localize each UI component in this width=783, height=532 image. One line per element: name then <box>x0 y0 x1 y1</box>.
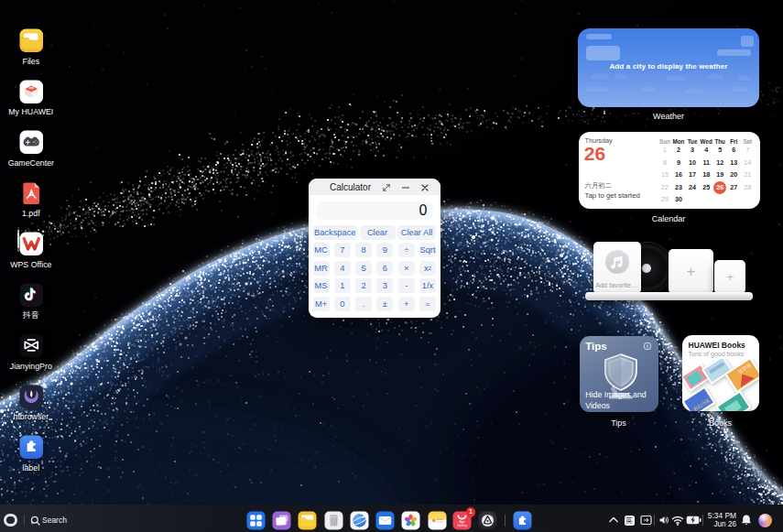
svg-text:Gallery: Gallery <box>457 524 467 527</box>
